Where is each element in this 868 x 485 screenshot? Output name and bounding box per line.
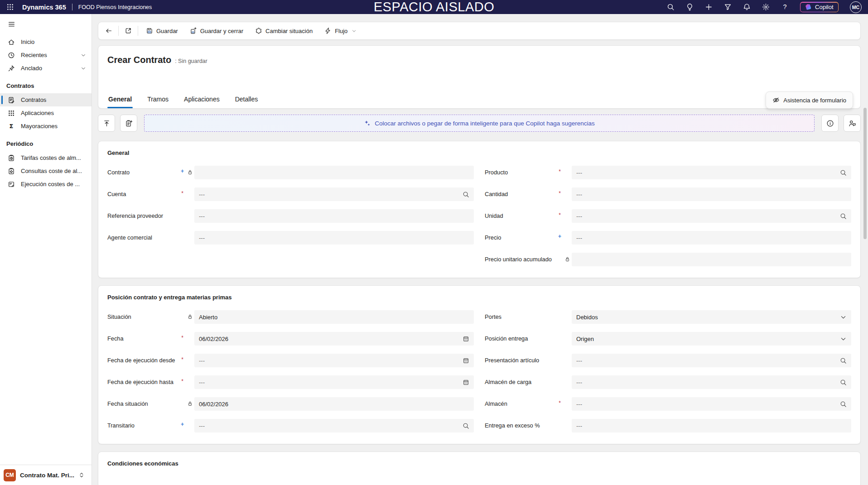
field-entrega-en-exceso-input[interactable]: --- <box>572 419 851 432</box>
filter-icon[interactable] <box>724 3 732 11</box>
chevron-down-icon[interactable] <box>81 53 86 58</box>
calendar-icon[interactable] <box>463 357 469 364</box>
command-label: Flujo <box>335 28 347 34</box>
field-posicion-entrega-input[interactable]: Origen <box>572 332 851 346</box>
home-icon <box>8 38 15 46</box>
field-placeholder: --- <box>576 423 582 429</box>
copilot-button[interactable]: Copilot <box>800 2 839 12</box>
field-transitario-input[interactable]: --- <box>194 419 474 432</box>
field-row: Almacén*--- <box>485 393 851 415</box>
field-cuenta-input[interactable]: --- <box>194 187 474 201</box>
help-icon[interactable]: ? <box>781 3 789 11</box>
chevron-down-icon[interactable] <box>81 66 86 71</box>
field-placeholder: --- <box>199 235 205 241</box>
field-precio-unitario-acumulado-input[interactable] <box>572 253 851 266</box>
lightbulb-icon[interactable] <box>686 3 694 11</box>
field-contrato-input[interactable] <box>194 166 474 179</box>
guardar-button[interactable]: Guardar <box>141 24 183 38</box>
required-marker: * <box>557 400 563 406</box>
scrollbar[interactable] <box>863 108 867 239</box>
form-header: Crear Contrato : Sin guardar GeneralTram… <box>98 45 861 109</box>
field-label: Situación <box>107 313 179 321</box>
field-fecha-de-ejecucion-hasta-input[interactable]: --- <box>194 375 474 389</box>
field-referencia-proveedor-input[interactable]: --- <box>194 209 474 223</box>
waffle-icon[interactable] <box>6 3 14 11</box>
chevron-down-icon[interactable] <box>840 336 847 342</box>
lock-icon <box>187 401 193 407</box>
field-almacen-input[interactable]: --- <box>572 397 851 411</box>
clipboard-clock-icon <box>8 154 15 162</box>
chevron-down-icon[interactable] <box>352 29 357 34</box>
field-value: Abierto <box>199 314 217 321</box>
field-situacion-input[interactable]: Abierto <box>194 310 474 324</box>
back-button[interactable] <box>102 24 116 38</box>
section-condiciones-economicas: Condiciones económicas <box>98 451 861 485</box>
field-unidad-input[interactable]: --- <box>572 209 851 223</box>
search-icon[interactable] <box>463 423 469 429</box>
field-cantidad-input[interactable]: --- <box>572 187 851 201</box>
smart-paste-button[interactable] <box>120 115 137 132</box>
copilot-dropzone[interactable]: Colocar archivos o pegar de forma inteli… <box>144 115 815 132</box>
calendar-icon[interactable] <box>463 379 469 386</box>
field-precio-input[interactable]: --- <box>572 231 851 245</box>
field-label: Precio <box>485 234 557 241</box>
save-icon <box>146 27 153 34</box>
cambiar-situacion-button[interactable]: Cambiar situación <box>250 24 318 38</box>
sidebar-item-mayoraciones[interactable]: ΣMayoraciones <box>0 120 92 133</box>
search-icon[interactable] <box>840 213 847 220</box>
search-icon[interactable] <box>840 401 847 408</box>
sidebar-item-label: Inicio <box>21 38 34 45</box>
field-presentacion-articulo-input[interactable]: --- <box>572 354 851 367</box>
tab-tramos[interactable]: Tramos <box>146 96 169 108</box>
tab-detalles[interactable]: Detalles <box>234 96 259 108</box>
field-row: Producto*--- <box>485 162 851 183</box>
guardar-y-cerrar-button[interactable]: Guardar y cerrar <box>185 24 248 38</box>
field-agente-comercial-input[interactable]: --- <box>194 231 474 245</box>
field-fecha-de-ejecucion-desde-input[interactable]: --- <box>194 354 474 367</box>
bell-icon[interactable] <box>743 3 751 11</box>
flujo-button[interactable]: Flujo <box>319 24 362 38</box>
sidebar-item-anclado[interactable]: Anclado <box>0 62 92 75</box>
field-producto-input[interactable]: --- <box>572 166 851 179</box>
field-fecha-input[interactable]: 06/02/2026 <box>194 332 474 346</box>
search-icon[interactable] <box>840 379 847 386</box>
info-button[interactable] <box>821 115 839 132</box>
area-switcher[interactable]: CM Contrato Mat. Pri... <box>0 465 92 485</box>
calendar-icon[interactable] <box>463 336 469 342</box>
sidebar-item-contratos[interactable]: Contratos <box>0 93 92 106</box>
search-icon[interactable] <box>840 357 847 364</box>
sidebar-item-recientes[interactable]: Recientes <box>0 48 92 62</box>
plus-icon[interactable] <box>705 3 713 11</box>
upload-button[interactable] <box>98 115 115 132</box>
avatar[interactable]: MC <box>850 1 862 13</box>
tab-aplicaciones[interactable]: Aplicaciones <box>183 96 221 108</box>
lock-icon <box>187 169 193 175</box>
required-marker: * <box>179 191 185 196</box>
sidebar-item-ejecucion-costes-de[interactable]: Ejecución costes de ... <box>0 178 92 191</box>
field-label: Cuenta <box>107 191 179 198</box>
sidebar-item-label: Consultas coste de al... <box>21 168 82 174</box>
field-row: Unidad*--- <box>485 205 851 227</box>
org-name[interactable]: FOOD Piensos Integraciones <box>78 4 152 10</box>
sidebar-item-tarifas-costes-de-alm[interactable]: Tarifas costes de alm... <box>0 151 92 164</box>
lock-icon-box <box>185 401 194 407</box>
gear-icon[interactable] <box>762 3 770 11</box>
hamburger-icon[interactable] <box>8 20 15 28</box>
feedback-button[interactable] <box>844 115 861 132</box>
search-icon[interactable] <box>667 3 675 11</box>
chevron-down-icon[interactable] <box>840 314 847 321</box>
required-marker: * <box>179 335 185 341</box>
form-assist-button[interactable]: Asistencia de formulario <box>766 91 853 109</box>
field-row: SituaciónAbierto <box>107 306 474 328</box>
search-icon[interactable] <box>463 191 469 198</box>
field-fecha-situacion-input[interactable]: 06/02/2026 <box>194 397 474 411</box>
section-title: Condiciones económicas <box>107 457 851 472</box>
sidebar-item-inicio[interactable]: Inicio <box>0 35 92 48</box>
popout-button[interactable] <box>121 24 135 38</box>
field-portes-input[interactable]: Debidos <box>572 310 851 324</box>
sidebar-item-consultas-coste-de-al[interactable]: Consultas coste de al... <box>0 164 92 178</box>
field-almacen-de-carga-input[interactable]: --- <box>572 375 851 389</box>
search-icon[interactable] <box>840 169 847 176</box>
tab-general[interactable]: General <box>107 96 133 108</box>
sidebar-item-aplicaciones[interactable]: Aplicaciones <box>0 106 92 120</box>
